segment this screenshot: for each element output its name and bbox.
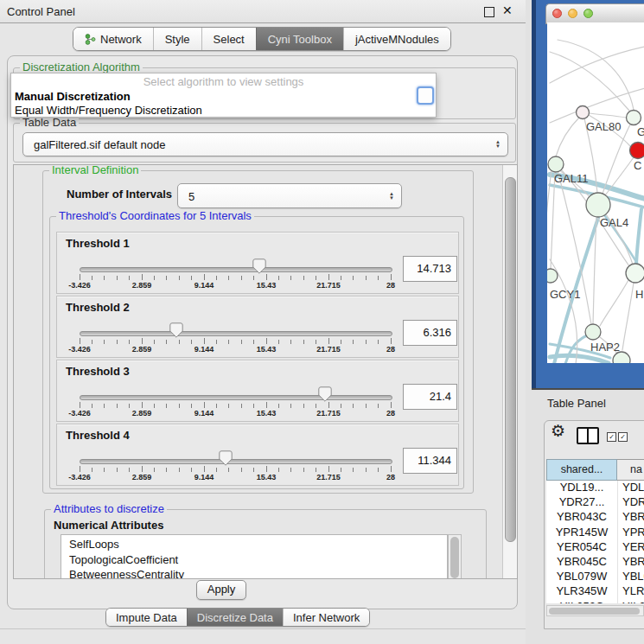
popup-item-equal-width-frequency[interactable]: Equal Width/Frequency Discretization (15, 104, 202, 117)
slider-track[interactable] (80, 267, 392, 272)
cell-shared-name[interactable]: YBR043C (546, 510, 617, 523)
tick-mark (216, 340, 217, 344)
table-row[interactable]: YBL079WYBL0 (546, 570, 644, 584)
table-row[interactable]: YDR27...YDR2 (546, 495, 644, 510)
cell-name[interactable]: YBR0 (622, 555, 644, 568)
vertical-scrollbar-thumb[interactable] (505, 177, 516, 542)
cell-shared-name[interactable]: YER054C (546, 540, 617, 553)
attribute-item-betweennesscentrality[interactable]: BetweennessCentrality (61, 567, 447, 579)
tab-cyni-toolbox[interactable]: Cyni Toolbox (256, 28, 343, 50)
cell-name[interactable]: YLR3 (622, 584, 644, 597)
slider-thumb[interactable] (318, 386, 332, 402)
network-window-titlebar[interactable] (545, 3, 644, 24)
threshold-value-field[interactable]: 14.713 (403, 256, 457, 282)
slider-thumb[interactable] (169, 322, 183, 338)
slider-track[interactable] (80, 459, 392, 464)
table-row[interactable]: YPR145WYPR1 (546, 526, 644, 540)
vertical-scrollbar[interactable] (502, 165, 517, 578)
cell-shared-name[interactable]: YLR345W (546, 584, 617, 597)
horizontal-scrollbar-thumb[interactable] (549, 608, 640, 615)
attribute-item-selfloops[interactable]: SelfLoops (61, 537, 447, 552)
network-node-h[interactable] (626, 264, 644, 283)
gear-icon[interactable]: ⚙ (551, 423, 565, 440)
tab-discretize-data[interactable]: Discretize Data (187, 609, 283, 626)
float-window-icon[interactable] (484, 7, 494, 17)
cell-shared-name[interactable]: YDL19... (546, 481, 617, 494)
network-node-label: HAP2 (590, 341, 620, 354)
cell-shared-name[interactable]: YPR145W (546, 526, 617, 539)
panel-separator (532, 388, 644, 390)
tab-network[interactable]: Network (73, 28, 153, 50)
cell-name[interactable]: YBR0 (622, 510, 644, 523)
slider-track[interactable] (80, 395, 392, 400)
threshold-value-field[interactable]: 11.344 (403, 448, 457, 474)
cell-shared-name[interactable]: YBL079W (546, 570, 617, 583)
tick-label: 21.715 (303, 281, 354, 290)
apply-button[interactable]: Apply (196, 580, 246, 600)
network-node-gal80[interactable] (577, 106, 590, 119)
tick-mark (253, 340, 254, 344)
threshold-value-field[interactable]: 21.4 (403, 384, 457, 410)
column-layout-icon[interactable] (577, 427, 599, 444)
cell-name[interactable]: YPR1 (622, 526, 644, 539)
minimize-traffic-light-icon[interactable] (568, 9, 577, 18)
network-node-g[interactable] (627, 111, 641, 125)
cell-shared-name[interactable]: YDR27... (546, 495, 617, 508)
checkbox-icon[interactable]: ✓ (618, 432, 628, 442)
tick-mark (391, 402, 392, 408)
network-node-gal4[interactable] (586, 193, 610, 217)
zoom-traffic-light-icon[interactable] (583, 9, 593, 18)
tab-impute-data[interactable]: Impute Data (106, 609, 187, 626)
popup-item-manual-discretization[interactable]: Manual Discretization (15, 90, 131, 103)
control-panel-titlebar: Control Panel ✕ (0, 0, 526, 23)
combo-focus-button-fragment[interactable] (417, 86, 434, 105)
close-icon[interactable]: ✕ (502, 3, 513, 17)
network-node-hap2[interactable] (585, 324, 601, 340)
attributes-list-scrollbar-thumb[interactable] (450, 537, 459, 578)
network-canvas[interactable]: GAL80GCGAL11GAL4GCY1HHAP2 (547, 22, 644, 363)
cell-name[interactable]: YBL0 (622, 570, 644, 583)
table-row[interactable]: YIL052CYIL0 (546, 600, 644, 604)
tick-mark (241, 468, 242, 472)
tick-mark (166, 468, 167, 472)
table-row[interactable]: YBR045CYBR0 (546, 555, 644, 570)
table-row[interactable]: YBR043CYBR0 (546, 510, 644, 525)
number-of-intervals-combobox[interactable]: 5 ▲▼ (177, 183, 402, 208)
cell-name[interactable]: YDR2 (622, 495, 644, 508)
tab-jactivemnodules[interactable]: jActiveMNodules (343, 28, 450, 50)
table-row[interactable]: YDL19...YDL1 (546, 481, 644, 495)
threshold-1-box: Threshold 1-3.4262.8599.14415.4321.71528… (56, 232, 459, 294)
cell-name[interactable]: YIL0 (622, 600, 644, 604)
slider-thumb[interactable] (219, 450, 233, 466)
table-data-combobox[interactable]: galFiltered.sif default node ▲▼ (22, 132, 508, 156)
cell-shared-name[interactable]: YIL052C (546, 600, 617, 604)
attributes-list-scrollbar[interactable] (448, 534, 462, 579)
column-header-shared-name[interactable]: shared... (546, 459, 617, 481)
tick-label: -3.426 (54, 345, 105, 354)
horizontal-scrollbar[interactable] (546, 605, 644, 616)
tick-mark (179, 404, 180, 408)
column-header-name[interactable]: na (617, 459, 644, 481)
cell-name[interactable]: YDL1 (622, 481, 644, 494)
network-node-gcy1[interactable] (547, 269, 558, 283)
network-node-gal11[interactable] (548, 156, 564, 172)
network-node-red[interactable] (630, 143, 644, 159)
network-edge (550, 52, 629, 111)
tick-mark (117, 404, 118, 408)
table-row[interactable]: YER054CYER0 (546, 540, 644, 555)
close-traffic-light-icon[interactable] (552, 9, 562, 18)
tick-mark (290, 468, 291, 472)
attribute-item-topologicalcoefficient[interactable]: TopologicalCoefficient (61, 552, 447, 568)
tick-mark (366, 404, 367, 408)
tab-select[interactable]: Select (201, 28, 256, 50)
threshold-value-field[interactable]: 6.316 (403, 320, 457, 346)
cell-name[interactable]: YER0 (622, 540, 644, 553)
checkbox-icon[interactable]: ✓ (607, 432, 616, 442)
slider-track[interactable] (80, 331, 392, 336)
table-row[interactable]: YLR345WYLR3 (546, 584, 644, 599)
tab-infer-network[interactable]: Infer Network (283, 609, 369, 626)
cell-shared-name[interactable]: YBR045C (546, 555, 617, 568)
tab-style[interactable]: Style (153, 28, 201, 50)
slider-thumb[interactable] (252, 258, 266, 274)
interval-definition-group: Interval Definition Number of Intervals … (42, 170, 474, 494)
